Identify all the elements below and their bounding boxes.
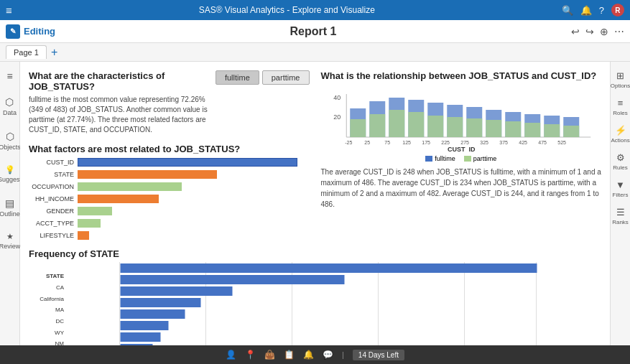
svg-text:525: 525 xyxy=(557,140,566,145)
filter-fulltime-btn[interactable]: fulltime xyxy=(216,70,259,85)
sidebar-item-outline[interactable]: ▤ Outline xyxy=(0,195,22,220)
sidebar-item-rules[interactable]: ⚙ Rules xyxy=(611,149,630,174)
outline-label: Outline xyxy=(0,210,20,218)
svg-text:CUST_ID: CUST_ID xyxy=(447,146,475,151)
user-avatar[interactable]: R xyxy=(611,4,624,17)
state-dc: DC xyxy=(55,318,64,325)
bar-dc xyxy=(121,298,201,307)
state-california: California xyxy=(40,296,64,302)
section1-title: What are the characteristics of JOB_STAT… xyxy=(29,70,210,92)
sidebar-item-ranks[interactable]: ☰ Ranks xyxy=(611,204,630,228)
sidebar-item-filters[interactable]: ▼ Filters xyxy=(611,177,630,201)
sidebar-item-data[interactable]: ⬡ Data xyxy=(1,93,18,119)
svg-rect-18 xyxy=(389,110,404,137)
fulltime-color xyxy=(425,156,432,162)
svg-rect-22 xyxy=(466,118,482,137)
fulltime-label: fulltime xyxy=(435,155,455,162)
sidebar-item-review[interactable]: ★ Review xyxy=(0,229,22,253)
add-page-button[interactable]: + xyxy=(51,46,57,59)
status-bar: 👤 📍 👜 📋 🔔 💬 | 14 Days Left xyxy=(0,345,630,364)
bar-tn xyxy=(121,344,153,345)
notification-icon[interactable]: 🔔 xyxy=(580,5,592,16)
bar-lifestyle xyxy=(78,231,89,240)
right-panel: What is the relationship between JOB_STA… xyxy=(321,70,602,243)
bar-ca xyxy=(121,263,537,273)
svg-text:-25: -25 xyxy=(345,140,352,145)
filters-label: Filters xyxy=(613,192,629,198)
page-1-tab[interactable]: Page 1 xyxy=(6,45,47,59)
search-icon[interactable]: 🔍 xyxy=(562,5,573,16)
svg-rect-25 xyxy=(524,123,540,137)
options-icon: ⊞ xyxy=(616,70,624,81)
status-icon-1[interactable]: 👤 xyxy=(226,350,236,360)
report-title: Report 1 xyxy=(290,25,337,38)
top-bar-icons: 🔍 🔔 ? R xyxy=(562,4,624,17)
rules-label: Rules xyxy=(613,164,627,171)
sidebar-item-actions[interactable]: ⚡ Actions xyxy=(611,122,630,146)
bar-ok xyxy=(121,332,161,342)
options-label: Options xyxy=(611,83,630,89)
histogram-svg: 40 20 xyxy=(321,87,602,151)
state-ma: MA xyxy=(55,307,64,313)
bar-accttype xyxy=(78,219,101,228)
hamburger-icon[interactable]: ≡ xyxy=(6,4,12,17)
state-ca: CA xyxy=(56,284,64,291)
roles-icon: ≡ xyxy=(618,98,624,108)
bar-custid xyxy=(78,158,297,167)
more-icon[interactable]: ⋯ xyxy=(614,26,624,37)
roles-label: Roles xyxy=(613,110,627,116)
bar-row-gender: GENDER xyxy=(29,206,310,216)
bar-row-occupation: OCCUPATION xyxy=(29,182,310,192)
svg-rect-16 xyxy=(350,119,366,137)
separator: | xyxy=(342,350,344,359)
svg-rect-23 xyxy=(486,120,501,137)
freq-y-labels: STATE CA California MA DC WY NM OK TN xyxy=(29,262,66,345)
actions-icon: ⚡ xyxy=(615,125,626,136)
svg-rect-24 xyxy=(505,121,521,137)
legend-fulltime: fulltime xyxy=(425,155,455,162)
svg-text:40: 40 xyxy=(333,94,341,101)
status-icon-4[interactable]: 📋 xyxy=(284,350,295,360)
state-wy: WY xyxy=(55,330,64,336)
redo-icon[interactable]: ↪ xyxy=(585,26,594,37)
second-bar-right: ↩ ↪ ⊕ ⋯ xyxy=(571,26,624,37)
tabs-bar: Page 1 + xyxy=(0,43,630,62)
status-icon-3[interactable]: 👜 xyxy=(264,350,275,360)
left-panel: What are the characteristics of JOB_STAT… xyxy=(29,70,310,243)
objects-label: Objects xyxy=(0,144,21,151)
section3-desc: The average CUST_ID is 248 when JOB_STAT… xyxy=(321,167,602,210)
svg-text:375: 375 xyxy=(499,140,508,145)
actions-label: Actions xyxy=(611,137,629,144)
svg-text:275: 275 xyxy=(460,140,469,145)
svg-text:175: 175 xyxy=(422,140,430,145)
help-icon[interactable]: ? xyxy=(599,5,604,16)
status-icon-2[interactable]: 📍 xyxy=(245,350,256,360)
sidebar-item-options[interactable]: ⊞ Options xyxy=(611,67,630,92)
svg-text:125: 125 xyxy=(402,140,411,145)
svg-text:475: 475 xyxy=(538,140,547,145)
sidebar-item-objects[interactable]: ⬡ Objects xyxy=(0,128,22,154)
status-icon-6[interactable]: 💬 xyxy=(323,350,333,360)
content-area: What are the characteristics of JOB_STAT… xyxy=(20,62,610,345)
undo-icon[interactable]: ↩ xyxy=(571,26,580,37)
top-bar: ≡ SAS® Visual Analytics - Explore and Vi… xyxy=(0,0,630,20)
bar-row-hhincome: HH_INCOME xyxy=(29,194,310,204)
frequency-svg: 0 10 20 30 40 50 Frequency xyxy=(69,262,601,345)
sidebar-item-menu[interactable]: ≡ xyxy=(5,67,14,85)
parttime-color xyxy=(464,156,471,162)
data-label: Data xyxy=(3,109,17,116)
second-bar: ✎ Editing Report 1 ↩ ↪ ⊕ ⋯ xyxy=(0,20,630,43)
editing-icon: ✎ xyxy=(6,24,20,39)
bar-row-lifestyle: LIFESTYLE xyxy=(29,230,310,241)
sidebar-item-roles[interactable]: ≡ Roles xyxy=(611,95,630,119)
status-icon-5[interactable]: 🔔 xyxy=(303,350,314,360)
parttime-label: parttime xyxy=(473,155,497,162)
add-icon[interactable]: ⊕ xyxy=(600,26,608,37)
filter-parttime-btn[interactable]: parttime xyxy=(262,70,310,85)
ranks-icon: ☰ xyxy=(616,207,625,218)
bar-state xyxy=(78,170,217,179)
filters-icon: ▼ xyxy=(616,179,625,190)
legend-parttime: parttime xyxy=(464,155,497,162)
review-label: Review xyxy=(0,243,20,250)
section2-title: What factors are most related to JOB_STA… xyxy=(29,144,310,154)
